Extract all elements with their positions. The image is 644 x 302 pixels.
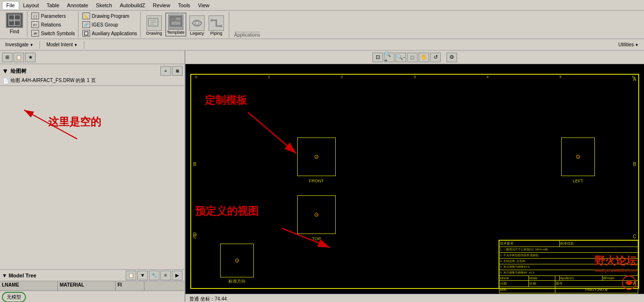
- corner-C-right: C: [633, 234, 636, 239]
- utilities-button[interactable]: Utilities: [615, 41, 642, 49]
- mt-btn-5[interactable]: ▶: [172, 271, 183, 280]
- top-view-dot: [316, 214, 317, 216]
- menu-view[interactable]: View: [194, 1, 213, 9]
- params-icon: { }: [31, 13, 39, 19]
- panel-btn-1[interactable]: ⊞: [2, 53, 13, 62]
- right-content: ⊡ 🔍+ 🔍- □ ✋ ↺ ⚙ 技术要求: 标准信息:: [185, 51, 644, 302]
- model-tree-row: 无模型: [0, 291, 184, 302]
- pan-btn[interactable]: ✋: [419, 53, 429, 62]
- menu-bar: File Layout Table Annotate Sketch Autobu…: [0, 0, 644, 11]
- corner-B-right: B: [633, 162, 636, 167]
- relations-item[interactable]: d= Relations: [30, 21, 76, 28]
- td-empty1: [555, 276, 559, 281]
- menu-sketch[interactable]: Sketch: [92, 1, 116, 9]
- menu-layout[interactable]: Layout: [19, 1, 43, 9]
- iges-group-item[interactable]: 🔗 IGES Group: [81, 21, 138, 28]
- watermark-url: www.proewildfire.com: [595, 268, 637, 273]
- empty-area: 这里是空的: [0, 86, 184, 269]
- zoom-in-btn[interactable]: 🔍+: [384, 53, 394, 62]
- model-tree-title: ▼ Model Tree: [2, 273, 36, 278]
- td-date: 日期: [499, 281, 529, 287]
- left-panel: ⊞ 📋 ★ ▼ 绘图树 ≡ ⊞ 📄 绘图 A4H-AIRFACT_FS.DRW …: [0, 51, 185, 302]
- drawing-prog-icon: 📐: [82, 13, 90, 19]
- menu-tools[interactable]: Tools: [174, 1, 194, 9]
- parameters-item[interactable]: { } Parameters: [30, 12, 76, 20]
- find-icon: [6, 13, 23, 28]
- drawing-icon-small: 📄: [3, 78, 9, 83]
- repaint-btn[interactable]: ↺: [430, 53, 441, 62]
- tree-expand-icon[interactable]: ▼: [2, 67, 9, 75]
- tree-list-icon[interactable]: ≡: [160, 66, 171, 76]
- applications-label: Applications: [234, 32, 260, 38]
- template-button[interactable]: Template: [165, 13, 187, 37]
- menu-review[interactable]: Review: [149, 1, 174, 9]
- left-view-circle: [576, 155, 580, 159]
- drawing-tree-item[interactable]: 📄 绘图 A4H-AIRFACT_FS.DRW 的第 1 页: [2, 77, 183, 84]
- mt-btn-3[interactable]: 🔧: [149, 271, 159, 280]
- zoom-out-btn[interactable]: 🔍-: [395, 53, 406, 62]
- zoom-box-btn[interactable]: □: [407, 53, 418, 62]
- top-view-circle: [315, 213, 318, 217]
- left-view-dot: [578, 156, 579, 158]
- model-tree-toolbar: 📋 ▼ 🔧 ≡ ▶: [126, 271, 183, 280]
- front-view-circle: [315, 155, 318, 159]
- watermark-icon: [621, 275, 637, 291]
- standard-view: 标准方向: [220, 244, 254, 277]
- front-view-label: FRONT: [298, 178, 335, 183]
- sep2: [84, 41, 84, 49]
- drawing-label: Drawing: [146, 31, 162, 36]
- corner-B-left: B: [193, 162, 197, 167]
- menu-annotate[interactable]: Annotate: [63, 1, 92, 9]
- find-label: Find: [10, 29, 19, 34]
- svg-rect-1: [14, 15, 20, 20]
- investigate-button[interactable]: Investigate: [2, 41, 37, 49]
- toolbar-row: Find { } Parameters d= Relations ⇄ Switc…: [0, 11, 644, 39]
- svg-rect-13: [210, 19, 213, 21]
- empty-annotation-text: 这里是空的: [48, 115, 101, 129]
- model-tree-header: ▼ Model Tree 📋 ▼ 🔧 ≡ ▶: [0, 270, 184, 281]
- model-intent-button[interactable]: Model Intent: [43, 41, 81, 49]
- investigate-chevron: [29, 42, 33, 47]
- svg-rect-14: [220, 25, 222, 27]
- front-view: FRONT: [297, 137, 336, 176]
- panel-btn-star[interactable]: ★: [25, 53, 36, 62]
- td-klnme-label: klnme: [499, 276, 529, 281]
- svg-rect-9: [171, 17, 175, 20]
- drawing-tree: ▼ 绘图树 ≡ ⊞ 📄 绘图 A4H-AIRFACT_FS.DRW 的第 1 页: [0, 64, 184, 86]
- ruler-3: 3: [414, 75, 416, 79]
- watermark: 野火论坛 www.proewildfire.com: [594, 254, 637, 291]
- switch-symbols-item[interactable]: ⇄ Switch Symbols: [30, 29, 76, 37]
- drawing-program-item[interactable]: 📐 Drawing Program: [81, 12, 138, 20]
- model-tree: ▼ Model Tree 📋 ▼ 🔧 ≡ ▶ LNAME MATERIAL FI…: [0, 269, 184, 302]
- mt-btn-4[interactable]: ≡: [160, 271, 171, 280]
- auxiliary-apps-item[interactable]: 🔲 Auxiliary Applications: [81, 29, 138, 37]
- panel-btn-2[interactable]: 📋: [13, 53, 24, 62]
- find-group[interactable]: Find: [2, 12, 27, 38]
- menu-autobuildz[interactable]: AutobuildZ: [116, 1, 149, 9]
- zoom-fit-btn[interactable]: ⊡: [372, 53, 383, 62]
- piping-icon: [209, 15, 224, 31]
- front-view-dot: [316, 156, 317, 158]
- drawing-canvas[interactable]: 技术要求: 标准信息: 1. 一般情况尺寸公差按ISO 1804-m级; 2. …: [185, 64, 644, 302]
- left-view-label: LEFT: [562, 178, 594, 183]
- ruler-2: 2: [341, 75, 343, 79]
- piping-button[interactable]: Piping: [208, 14, 225, 37]
- menu-file[interactable]: File: [2, 1, 19, 9]
- programs-group: 📐 Drawing Program 🔗 IGES Group 🔲 Auxilia…: [79, 12, 141, 38]
- status-text: 普通 坐标：74.44: [189, 296, 227, 302]
- legacy-label: Legacy: [190, 31, 204, 36]
- ruler-1: 1: [268, 75, 270, 79]
- model-intent-chevron: [74, 42, 78, 47]
- svg-rect-11: [171, 21, 181, 25]
- menu-table[interactable]: Table: [43, 1, 63, 9]
- drawing-button[interactable]: Drawing: [145, 14, 163, 37]
- tree-expand-btn[interactable]: ⊞: [172, 66, 183, 76]
- title-row-1: 技术要求: 标准信息:: [499, 241, 638, 247]
- settings-btn[interactable]: ⚙: [447, 53, 457, 62]
- mt-btn-1[interactable]: 📋: [126, 271, 136, 280]
- applications-section: Applications: [230, 12, 264, 38]
- svg-rect-0: [9, 15, 14, 20]
- mt-btn-2[interactable]: ▼: [137, 271, 148, 280]
- panel-toolbar: ⊞ 📋 ★: [0, 51, 184, 64]
- legacy-button[interactable]: Legacy: [188, 14, 206, 37]
